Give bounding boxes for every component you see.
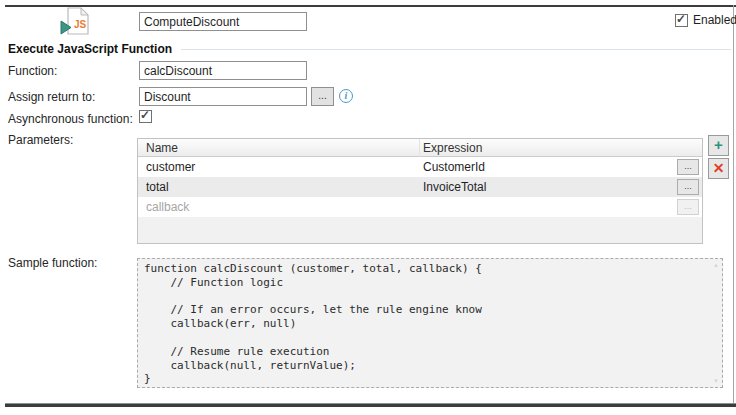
info-icon: i	[339, 89, 353, 103]
right-border	[733, 5, 734, 405]
parameter-row-customer[interactable]: customer CustomerId ...	[138, 157, 702, 177]
parameters-label: Parameters:	[8, 133, 73, 147]
section-divider	[181, 49, 731, 50]
sample-function-code-box: function calcDiscount (customer, total, …	[137, 258, 723, 388]
top-border	[5, 5, 736, 7]
assign-return-input[interactable]	[139, 87, 307, 106]
enabled-checkbox[interactable]: ✓	[675, 14, 688, 27]
parameter-expression: CustomerId	[423, 160, 485, 174]
javascript-file-icon: JS	[59, 6, 91, 36]
enabled-label: Enabled	[693, 13, 736, 27]
js-icon-label: JS	[74, 19, 87, 30]
assign-return-label: Assign return to:	[8, 90, 95, 104]
sample-function-code: function calcDiscount (customer, total, …	[138, 259, 722, 389]
bottom-border	[5, 403, 736, 407]
execute-js-function-editor: JS ✓ Enabled Execute JavaScript Function…	[0, 0, 736, 415]
delete-parameter-button[interactable]: ✕	[708, 158, 729, 179]
expression-browse-button[interactable]: ...	[677, 179, 699, 195]
parameter-row-total[interactable]: total InvoiceTotal ...	[138, 177, 702, 197]
expression-browse-button[interactable]: ...	[677, 159, 699, 175]
parameters-table: Name Expression customer CustomerId ... …	[137, 138, 703, 244]
assign-return-browse-button[interactable]: ...	[311, 87, 334, 106]
check-icon: ✓	[140, 108, 150, 122]
asynchronous-label: Asynchronous function:	[8, 112, 133, 126]
function-name-input[interactable]	[139, 61, 307, 80]
column-divider	[419, 139, 420, 157]
parameter-expression: InvoiceTotal	[423, 180, 486, 194]
scroll-up-icon[interactable]: ▲	[713, 262, 719, 268]
parameter-name: customer	[146, 160, 195, 174]
parameter-row-callback[interactable]: callback ...	[138, 197, 702, 217]
sample-function-label: Sample function:	[8, 256, 97, 270]
parameter-name: total	[146, 180, 169, 194]
column-header-name: Name	[146, 141, 178, 155]
parameter-name: callback	[146, 200, 189, 214]
asynchronous-checkbox[interactable]: ✓	[139, 110, 152, 123]
function-label: Function:	[8, 64, 57, 78]
scroll-down-icon[interactable]: ▼	[713, 378, 719, 384]
add-parameter-button[interactable]: +	[708, 135, 729, 156]
check-icon: ✓	[676, 12, 686, 26]
column-header-expression: Expression	[423, 141, 482, 155]
enabled-checkbox-group[interactable]: ✓ Enabled	[675, 13, 736, 27]
action-name-input[interactable]	[139, 12, 307, 31]
expression-browse-button-disabled: ...	[677, 199, 699, 215]
section-title: Execute JavaScript Function	[8, 42, 172, 56]
parameters-table-header: Name Expression	[138, 139, 702, 157]
